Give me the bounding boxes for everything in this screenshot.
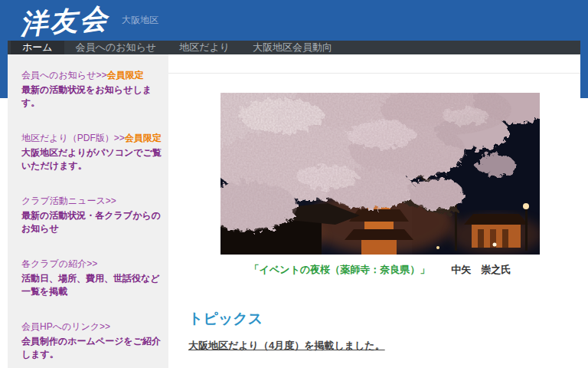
topics-news-link[interactable]: 大阪地区だより（4月度）を掲載しました。 — [188, 339, 385, 353]
topics-heading: トピックス — [188, 309, 580, 329]
main-content: 「イベントの夜桜（薬師寺：奈良県）」中矢 崇之氏 トピックス 大阪地区だより（4… — [168, 54, 580, 368]
sidebar-desc-member-hp: 会員制作のホームページをご紹介します。 — [21, 335, 162, 361]
sidebar-section-member-news: 会員へのお知らせ>>会員限定 最新の活動状況をお知らせします。 — [21, 69, 162, 110]
site-region-label: 大阪地区 — [122, 14, 158, 27]
sidebar: 会員へのお知らせ>>会員限定 最新の活動状況をお知らせします。 地区だより（PD… — [8, 54, 168, 368]
site-header: 洋友会 大阪地区 — [8, 0, 580, 41]
content-top-divider — [168, 73, 580, 74]
nav-item-member-trends[interactable]: 大阪地区会員動向 — [241, 41, 344, 54]
featured-photo-block: 「イベントの夜桜（薬師寺：奈良県）」中矢 崇之氏 — [220, 93, 540, 277]
sidebar-link-district-letter[interactable]: 地区だより（PDF版）>> — [21, 133, 125, 143]
sidebar-section-member-hp-links: 会員HPへのリンク>> 会員制作のホームページをご紹介します。 — [21, 320, 162, 361]
main-nav: ホーム 会員へのお知らせ 地区だより 大阪地区会員動向 — [8, 41, 580, 54]
photo-caption-credit: 中矢 崇之氏 — [451, 264, 511, 275]
page-container: 洋友会 大阪地区 ホーム 会員へのお知らせ 地区だより 大阪地区会員動向 会員へ… — [8, 0, 580, 368]
photo-caption: 「イベントの夜桜（薬師寺：奈良県）」中矢 崇之氏 — [220, 263, 540, 277]
nav-item-member-news[interactable]: 会員へのお知らせ — [64, 41, 168, 54]
members-only-badge: 会員限定 — [106, 70, 143, 80]
sidebar-link-club-news[interactable]: クラブ活動ニュース>> — [21, 196, 116, 206]
sidebar-link-member-hp[interactable]: 会員HPへのリンク>> — [21, 321, 110, 332]
nav-item-home[interactable]: ホーム — [11, 41, 64, 54]
page-root: 洋友会 大阪地区 ホーム 会員へのお知らせ 地区だより 大阪地区会員動向 会員へ… — [0, 0, 588, 368]
sidebar-link-member-news[interactable]: 会員へのお知らせ>> — [21, 70, 106, 80]
sidebar-desc-club-intro: 活動日、場所、費用、世話役など一覧を掲載 — [21, 272, 162, 298]
photo-caption-title: 「イベントの夜桜（薬師寺：奈良県）」 — [250, 264, 430, 275]
site-logo[interactable]: 洋友会 — [18, 0, 110, 44]
sidebar-section-district-letter: 地区だより（PDF版）>>会員限定 大阪地区だよりがパソコンでご覧いただけます。 — [21, 132, 162, 172]
sidebar-desc-club-news: 最新の活動状況・各クラブからのお知らせ — [21, 209, 162, 235]
sidebar-link-club-intro[interactable]: 各クラブの紹介>> — [21, 258, 97, 269]
sidebar-section-club-news: クラブ活動ニュース>> 最新の活動状況・各クラブからのお知らせ — [21, 195, 162, 235]
nav-item-district-letter[interactable]: 地区だより — [168, 41, 241, 54]
content-row: 会員へのお知らせ>>会員限定 最新の活動状況をお知らせします。 地区だより（PD… — [8, 54, 580, 368]
photo-night-sakura-svg — [220, 93, 540, 255]
sidebar-desc-district-letter: 大阪地区だよりがパソコンでご覧いただけます。 — [21, 146, 162, 172]
sidebar-desc-member-news: 最新の活動状況をお知らせします。 — [21, 84, 162, 110]
members-only-badge: 会員限定 — [125, 133, 162, 143]
sidebar-section-club-intro: 各クラブの紹介>> 活動日、場所、費用、世話役など一覧を掲載 — [21, 258, 162, 298]
photo-night-sakura — [220, 93, 540, 255]
